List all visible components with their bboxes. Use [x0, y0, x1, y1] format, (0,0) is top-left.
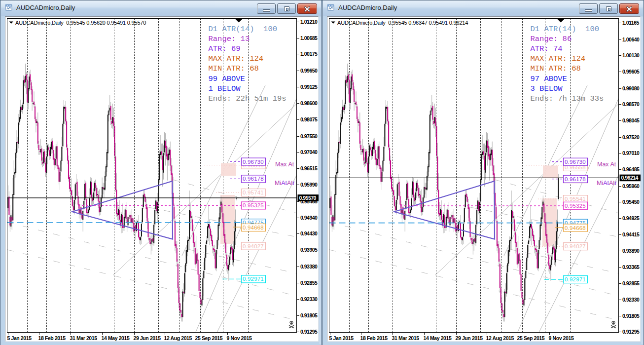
svg-text:0.92330: 0.92330 — [622, 297, 640, 303]
svg-text:0.94925: 0.94925 — [622, 215, 640, 221]
svg-text:29 Jun 2015: 29 Jun 2015 — [456, 335, 483, 341]
svg-text:0.91295: 0.91295 — [622, 329, 640, 335]
svg-text:0.92330: 0.92330 — [300, 296, 318, 302]
svg-text:1.01165: 1.01165 — [622, 20, 640, 26]
svg-text:0.98570: 0.98570 — [622, 101, 640, 107]
svg-text:18 Feb 2015: 18 Feb 2015 — [360, 335, 388, 341]
svg-text:Ends: 22h 51m 19s: Ends: 22h 51m 19s — [209, 94, 286, 103]
svg-text:0.92855: 0.92855 — [622, 280, 640, 286]
svg-text:25 Sep 2015: 25 Sep 2015 — [517, 335, 545, 341]
svg-text:MiAtAtr: MiAtAtr — [597, 180, 617, 187]
svg-text:0.94415: 0.94415 — [622, 231, 640, 237]
svg-text:0.93365: 0.93365 — [622, 264, 640, 270]
svg-text:0.97550: 0.97550 — [300, 133, 318, 139]
svg-text:0.92971: 0.92971 — [243, 276, 264, 282]
svg-text:29 Jun 2015: 29 Jun 2015 — [134, 335, 161, 341]
svg-text:0.99650: 0.99650 — [300, 68, 318, 74]
svg-text:0.95960: 0.95960 — [622, 183, 640, 189]
svg-text:0.93890: 0.93890 — [622, 248, 640, 254]
svg-text:5 Jan 2015: 5 Jan 2015 — [329, 335, 354, 341]
svg-text:14 May 2015: 14 May 2015 — [424, 335, 452, 341]
svg-text:3 BELOW: 3 BELOW — [531, 84, 563, 93]
svg-text:0.99125: 0.99125 — [300, 84, 318, 90]
svg-text:1 BELOW: 1 BELOW — [209, 84, 241, 93]
svg-text:18 Feb 2015: 18 Feb 2015 — [38, 335, 66, 341]
svg-text:0.94668: 0.94668 — [243, 225, 264, 230]
svg-text:5 Jan 2015: 5 Jan 2015 — [7, 335, 32, 341]
svg-text:MIN ATR: 68: MIN ATR: 68 — [531, 64, 581, 73]
svg-text:MIN ATR: 68: MIN ATR: 68 — [209, 64, 259, 73]
svg-text:MAX ATR: 124: MAX ATR: 124 — [531, 54, 586, 63]
svg-text:0.95325: 0.95325 — [565, 203, 586, 209]
svg-text:0.94668: 0.94668 — [565, 225, 586, 231]
svg-text:0.92971: 0.92971 — [565, 276, 586, 282]
svg-text:0.96730: 0.96730 — [565, 159, 586, 165]
svg-text:Range: 86: Range: 86 — [531, 35, 572, 43]
svg-text:D1 ATR(14) 100: D1 ATR(14) 100 — [209, 25, 278, 34]
svg-text:12 Aug 2015: 12 Aug 2015 — [486, 335, 514, 341]
svg-text:MAX ATR: 124: MAX ATR: 124 — [209, 54, 264, 63]
svg-text:0.95450: 0.95450 — [622, 199, 640, 205]
svg-text:12 Aug 2015: 12 Aug 2015 — [164, 335, 192, 341]
svg-text:9 Nov 2015: 9 Nov 2015 — [227, 335, 252, 341]
svg-text:31 Mar 2015: 31 Mar 2015 — [392, 335, 420, 341]
svg-text:14 May 2015: 14 May 2015 — [102, 335, 130, 341]
svg-text:0.95990: 0.95990 — [300, 182, 318, 188]
svg-text:1.00130: 1.00130 — [622, 52, 640, 58]
svg-text:0.97520: 0.97520 — [622, 134, 640, 140]
svg-text:25 Sep 2015: 25 Sep 2015 — [195, 335, 223, 341]
svg-text:1.00640: 1.00640 — [622, 37, 640, 42]
svg-text:AUDCADmicro,Daily 0.95545 0.9: AUDCADmicro,Daily 0.95545 0.95620 0.9549… — [15, 20, 146, 26]
svg-text:0.94027: 0.94027 — [243, 243, 264, 249]
svg-text:0.99605: 0.99605 — [622, 69, 640, 75]
svg-text:0.95541: 0.95541 — [565, 196, 586, 202]
svg-text:0.91805: 0.91805 — [622, 313, 640, 319]
svg-text:0.99080: 0.99080 — [622, 85, 640, 91]
svg-text:97 ABOVE: 97 ABOVE — [531, 75, 567, 83]
svg-text:ATR: 69: ATR: 69 — [209, 44, 241, 53]
svg-text:0.92855: 0.92855 — [300, 280, 318, 286]
svg-text:9 Nov 2015: 9 Nov 2015 — [549, 335, 574, 341]
svg-text:1.00175: 1.00175 — [300, 51, 318, 57]
svg-text:0.94027: 0.94027 — [565, 243, 586, 249]
svg-text:Range: 13: Range: 13 — [209, 35, 250, 43]
svg-text:0.93905: 0.93905 — [300, 247, 318, 253]
svg-text:0.96214: 0.96214 — [621, 175, 639, 181]
svg-text:0.97010: 0.97010 — [622, 150, 640, 156]
svg-text:0.95325: 0.95325 — [243, 202, 264, 208]
svg-text:0.95570: 0.95570 — [299, 195, 317, 201]
svg-text:MiAtAtr: MiAtAtr — [275, 180, 295, 187]
svg-text:0.98045: 0.98045 — [622, 117, 640, 123]
svg-text:0.96178: 0.96178 — [243, 176, 264, 182]
svg-text:0.98075: 0.98075 — [300, 116, 318, 122]
svg-text:AUDCADmicro,Daily 0.95545 0.9: AUDCADmicro,Daily 0.95545 0.96347 0.9549… — [337, 20, 468, 26]
svg-text:99 ABOVE: 99 ABOVE — [209, 75, 245, 83]
svg-text:0.94430: 0.94430 — [300, 230, 318, 236]
svg-text:1.01210: 1.01210 — [300, 19, 318, 25]
svg-text:Max At: Max At — [597, 161, 616, 168]
svg-text:0.94940: 0.94940 — [300, 215, 318, 221]
svg-text:ATR: 74: ATR: 74 — [531, 44, 563, 53]
svg-text:0.91295: 0.91295 — [300, 329, 318, 335]
svg-text:0.98600: 0.98600 — [300, 100, 318, 106]
svg-text:0.91805: 0.91805 — [300, 312, 318, 318]
svg-text:0.95741: 0.95741 — [243, 190, 264, 195]
svg-text:0.96515: 0.96515 — [300, 165, 318, 171]
svg-text:0.96730: 0.96730 — [243, 159, 264, 165]
svg-text:0.93380: 0.93380 — [300, 264, 318, 269]
svg-text:0.96485: 0.96485 — [622, 166, 640, 172]
svg-text:31 Mar 2015: 31 Mar 2015 — [70, 335, 98, 341]
svg-text:Max At: Max At — [275, 161, 294, 168]
svg-text:1.00685: 1.00685 — [300, 35, 318, 41]
svg-text:Ends: 7h 13m 33s: Ends: 7h 13m 33s — [531, 94, 604, 103]
svg-text:0.97040: 0.97040 — [300, 149, 318, 155]
svg-text:0.96178: 0.96178 — [565, 176, 586, 182]
svg-text:D1 ATR(14) 100: D1 ATR(14) 100 — [531, 25, 600, 34]
